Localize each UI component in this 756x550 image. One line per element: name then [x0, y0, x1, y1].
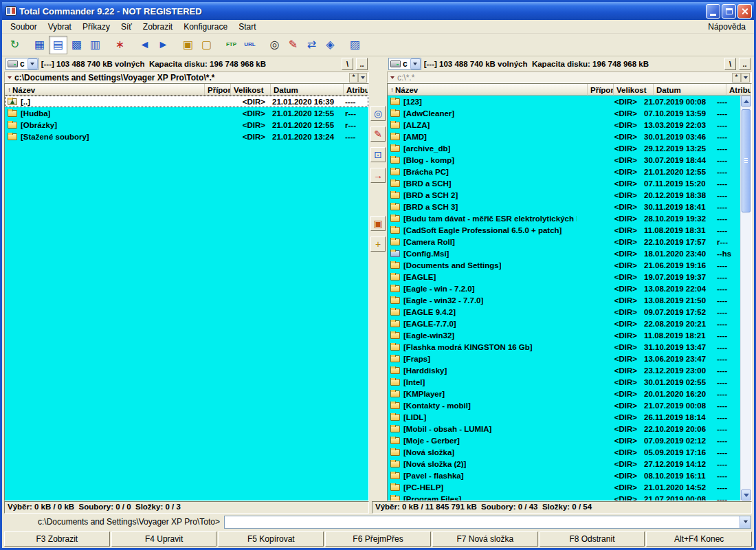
[Program Files][interactable]: [Program Files] <DIR> 21.07.2019 00:08 -… — [388, 493, 740, 500]
[Eagle - win32 - 7.7.0][interactable]: [Eagle - win32 - 7.7.0] <DIR> 13.08.2019… — [388, 294, 740, 306]
[AdwCleaner][interactable]: [AdwCleaner] <DIR> 07.10.2019 13:59 ---- — [388, 107, 740, 119]
[BRD a SCH 3][interactable]: [BRD a SCH 3] <DIR> 30.11.2019 18:41 ---… — [388, 201, 740, 212]
[LIDL][interactable]: [LIDL] <DIR> 26.11.2019 18:14 ---- — [388, 411, 740, 423]
parent-dir-button[interactable]: .. — [356, 58, 368, 70]
f5-copy-button[interactable]: F5 Kopírovat — [218, 531, 324, 547]
parent-dir-button[interactable]: .. — [739, 58, 751, 70]
[Hudba][interactable]: [Hudba] <DIR> 21.01.2020 12:55 r--- — [5, 107, 368, 119]
f6-move-button[interactable]: F6 PřejmPřes — [325, 531, 431, 547]
pack-files-icon[interactable]: ▣ — [370, 216, 386, 231]
root-dir-button[interactable]: \ — [724, 58, 736, 70]
[KMPlayer][interactable]: [KMPlayer] <DIR> 20.01.2020 16:20 ---- — [388, 388, 740, 399]
altf4-exit-button[interactable]: Alt+F4 Konec — [646, 531, 752, 547]
[Flashka modrá KINGSTON 16 Gb][interactable]: [Flashka modrá KINGSTON 16 Gb] <DIR> 31.… — [388, 341, 740, 353]
[Fraps][interactable]: [Fraps] <DIR> 13.06.2019 23:47 ---- — [388, 353, 740, 364]
command-history-button[interactable] — [740, 516, 751, 528]
drive-selector[interactable]: c — [5, 58, 38, 70]
refresh-icon[interactable]: ↻ — [5, 36, 24, 54]
menu-zobrazit[interactable]: Zobrazit — [137, 21, 178, 33]
compare-icon[interactable]: ◈ — [321, 36, 340, 54]
[Eagle-win32][interactable]: [Eagle-win32] <DIR> 11.08.2019 18:21 ---… — [388, 329, 740, 341]
[123][interactable]: [123] <DIR> 21.07.2019 00:08 ---- — [388, 96, 740, 107]
tree-view-icon[interactable]: ▥ — [86, 36, 104, 54]
menu-sit[interactable]: Síť — [115, 21, 137, 33]
sync-dirs-icon[interactable]: ⇄ — [302, 36, 321, 54]
copy-file-icon[interactable]: ⊡ — [370, 147, 386, 162]
[Camera Roll][interactable]: [Camera Roll] <DIR> 22.10.2019 17:57 r--… — [388, 236, 740, 248]
scroll-up-button[interactable] — [741, 96, 751, 107]
run-tool-icon[interactable]: ∗ — [111, 36, 129, 54]
custom-command-icon[interactable]: ▨ — [346, 36, 364, 54]
[PC-HELP][interactable]: [PC-HELP] <DIR> 21.01.2020 14:52 ---- — [388, 481, 740, 493]
command-input[interactable] — [225, 516, 740, 528]
[Nová složka (2)][interactable]: [Nová složka (2)] <DIR> 27.12.2019 14:12… — [388, 458, 740, 470]
multi-rename-icon[interactable]: ✎ — [284, 36, 302, 54]
edit-file-icon[interactable]: ✎ — [370, 126, 386, 142]
[CadSoft Eagle Professional 6.5.0 + patch][interactable]: [CadSoft Eagle Professional 6.5.0 + patc… — [388, 224, 740, 236]
[Kontakty - mobil][interactable]: [Kontakty - mobil] <DIR> 21.07.2019 00:0… — [388, 399, 740, 411]
menu-napoveda[interactable]: Nápověda — [702, 21, 751, 33]
[Budu tam dávat - měřič ESR elektrolytických kon..][interactable]: [Budu tam dávat - měřič ESR elektrolytic… — [388, 212, 740, 224]
scrollbar-track[interactable] — [741, 107, 751, 490]
left-path-bar[interactable]: c:\Documents and Settings\Voyager XP Pro… — [4, 72, 369, 83]
[Config.Msi][interactable]: [Config.Msi] <DIR> 18.01.2020 23:40 --hs — [388, 248, 740, 259]
f8-delete-button[interactable]: F8 Odstranit — [540, 531, 645, 547]
[Pavel - flashka][interactable]: [Pavel - flashka] <DIR> 08.10.2019 16:11… — [388, 470, 740, 481]
[BRD a SCH 2][interactable]: [BRD a SCH 2] <DIR> 20.12.2019 18:38 ---… — [388, 189, 740, 201]
close-button[interactable] — [737, 4, 752, 19]
[Documents and Settings][interactable]: [Documents and Settings] <DIR> 21.06.201… — [388, 259, 740, 271]
[ALZA][interactable]: [ALZA] <DIR> 13.03.2019 22:03 ---- — [388, 119, 740, 131]
[Moje - Gerber][interactable]: [Moje - Gerber] <DIR> 07.09.2019 02:12 -… — [388, 434, 740, 446]
pack-icon[interactable]: ▣ — [179, 36, 197, 54]
[BRD a SCH][interactable]: [BRD a SCH] <DIR> 07.11.2019 15:20 ---- — [388, 177, 740, 189]
column-header-nazev[interactable]: ↑Název — [5, 84, 205, 96]
[Blog - komp][interactable]: [Blog - komp] <DIR> 30.07.2019 18:44 ---… — [388, 154, 740, 166]
scroll-down-button[interactable] — [741, 490, 751, 500]
[EAGLE-7.7.0][interactable]: [EAGLE-7.7.0] <DIR> 22.08.2019 20:21 ---… — [388, 318, 740, 329]
column-header-datum[interactable]: Datum — [271, 84, 344, 96]
search-icon[interactable]: ◎ — [265, 36, 284, 54]
[archive_db][interactable]: [archive_db] <DIR> 29.12.2019 13:25 ---- — [388, 142, 740, 154]
menu-konfigurace[interactable]: Konfigurace — [178, 21, 233, 33]
[AMD][interactable]: [AMD] <DIR> 30.01.2019 03:46 ---- — [388, 131, 740, 142]
ftp-url-icon[interactable]: URL — [241, 36, 259, 54]
column-header-atributy[interactable]: Atributy — [344, 84, 368, 96]
thumbnails-view-icon[interactable]: ▩ — [67, 36, 86, 54]
quick-view-icon[interactable]: ◎ — [370, 106, 386, 121]
minimize-button[interactable] — [706, 4, 720, 19]
drive-dropdown-button[interactable] — [410, 58, 421, 69]
f4-edit-button[interactable]: F4 Upravit — [111, 531, 217, 547]
[Mobil - obsah - LUMIA][interactable]: [Mobil - obsah - LUMIA] <DIR> 22.10.2019… — [388, 423, 740, 434]
f7-newfolder-button[interactable]: F7 Nová složka — [432, 531, 538, 547]
history-button[interactable]: * — [732, 73, 741, 82]
[EAGLE 9.4.2][interactable]: [EAGLE 9.4.2] <DIR> 09.07.2019 17:52 ---… — [388, 306, 740, 318]
[Brácha PC][interactable]: [Brácha PC] <DIR> 21.01.2020 12:55 ---- — [388, 166, 740, 177]
[Nová složka][interactable]: [Nová složka] <DIR> 05.09.2019 17:16 ---… — [388, 446, 740, 458]
f3-view-button[interactable]: F3 Zobrazit — [4, 531, 110, 547]
ftp-connect-icon[interactable]: FTP — [222, 36, 241, 54]
drive-selector[interactable]: c — [388, 58, 421, 70]
back-icon[interactable]: ◄ — [135, 36, 154, 54]
right-path-bar[interactable]: c:\*.* * — [387, 72, 752, 83]
title-bar[interactable]: Total Commander 9.22 - NOT REGISTERED — [2, 2, 754, 20]
[Stažené soubory][interactable]: [Stažené soubory] <DIR> 21.01.2020 13:24… — [5, 131, 368, 142]
[Eagle - win - 7.2.0][interactable]: [Eagle - win - 7.2.0] <DIR> 13.08.2019 2… — [388, 283, 740, 294]
forward-icon[interactable]: ► — [154, 36, 173, 54]
[..][interactable]: [..] <DIR> 21.01.2020 16:39 ---- — [5, 96, 368, 107]
hotlist-button[interactable] — [741, 73, 750, 82]
menu-vybrat[interactable]: Vybrat — [43, 21, 77, 33]
full-view-icon[interactable]: ▤ — [49, 36, 67, 54]
[Intel][interactable]: [Intel] <DIR> 30.01.2019 02:55 ---- — [388, 376, 740, 388]
menu-prikazy[interactable]: Příkazy — [77, 21, 115, 33]
move-file-icon[interactable]: → — [370, 168, 386, 183]
brief-view-icon[interactable]: ▦ — [30, 36, 49, 54]
root-dir-button[interactable]: \ — [342, 58, 353, 70]
column-header-pripona[interactable]: Přípona — [205, 84, 231, 96]
history-button[interactable]: * — [349, 73, 358, 82]
[EAGLE][interactable]: [EAGLE] <DIR> 19.07.2019 19:37 ---- — [388, 271, 740, 283]
column-header-datum[interactable]: Datum — [654, 84, 726, 96]
column-header-velikost[interactable]: Velikost — [614, 84, 654, 96]
[Harddisky][interactable]: [Harddisky] <DIR> 23.12.2019 23:00 ---- — [388, 364, 740, 376]
hotlist-button[interactable] — [358, 73, 367, 82]
scrollbar-thumb[interactable] — [742, 109, 751, 212]
